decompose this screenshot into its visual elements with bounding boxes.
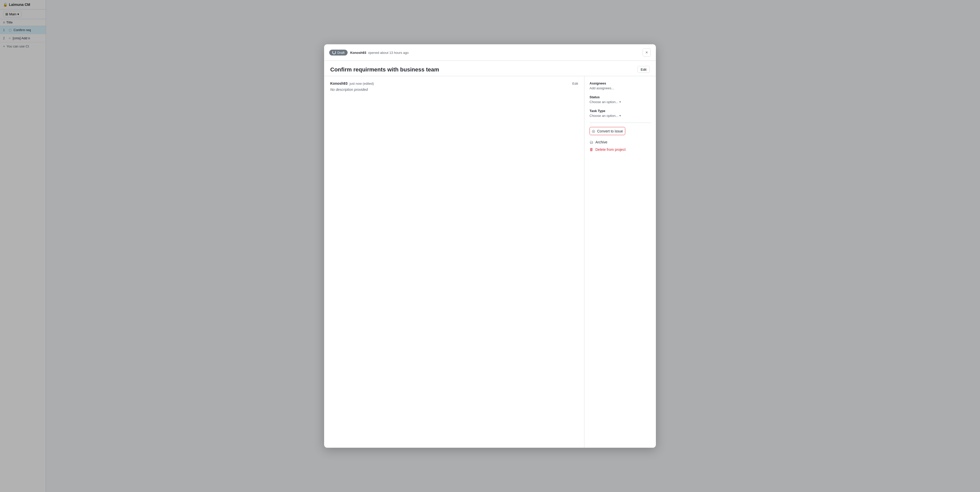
draft-spinner-icon: [332, 51, 336, 54]
chevron-down-icon: ▾: [619, 114, 621, 117]
trash-icon: 🗑: [590, 147, 593, 151]
assignees-field: Assignees Add assignees...: [590, 81, 651, 90]
modal-title-bar: Confirm requirments with business team E…: [324, 61, 656, 76]
header-time: opened about 13 hours ago: [368, 51, 409, 54]
delete-action[interactable]: 🗑 Delete from project: [590, 146, 651, 153]
convert-to-issue-button[interactable]: ◎ Convert to issue: [590, 127, 625, 135]
chevron-down-icon: ▾: [619, 100, 621, 103]
modal-main-content: Konosh93 just now (edited) Edit No descr…: [324, 76, 584, 448]
archive-icon: 🗂: [590, 140, 593, 144]
task-type-field: Task Type Choose an option... ▾: [590, 109, 651, 118]
comment-edit-button[interactable]: Edit: [573, 81, 578, 85]
comment-header: Konosh93 just now (edited) Edit: [330, 81, 578, 86]
issue-icon: ◎: [592, 129, 595, 134]
modal-header-right: ×: [643, 48, 651, 57]
status-select[interactable]: Choose an option... ▾: [590, 100, 651, 104]
task-modal: Draft Konosh93 opened about 13 hours ago…: [324, 45, 656, 448]
modal-header-left: Draft Konosh93 opened about 13 hours ago: [329, 49, 409, 56]
task-type-value: Choose an option...: [590, 114, 618, 118]
status-field: Status Choose an option... ▾: [590, 95, 651, 104]
modal-title: Confirm requirments with business team: [330, 66, 439, 73]
task-type-label: Task Type: [590, 109, 651, 113]
modal-header: Draft Konosh93 opened about 13 hours ago…: [324, 45, 656, 61]
assignees-text: Add assignees...: [590, 86, 614, 90]
comment-author: Konosh93 just now (edited): [330, 81, 374, 86]
draft-badge: Draft: [329, 49, 348, 56]
delete-label: Delete from project: [595, 147, 625, 151]
archive-action[interactable]: 🗂 Archive: [590, 138, 651, 146]
comment-body: No description provided: [330, 88, 578, 92]
assignees-label: Assignees: [590, 81, 651, 85]
modal-body: Konosh93 just now (edited) Edit No descr…: [324, 76, 656, 448]
close-button[interactable]: ×: [643, 48, 651, 57]
header-meta: Konosh93 opened about 13 hours ago: [350, 51, 409, 54]
archive-label: Archive: [595, 140, 608, 144]
edit-title-button[interactable]: Edit: [638, 66, 650, 73]
status-label: Status: [590, 95, 651, 99]
status-value: Choose an option...: [590, 100, 618, 104]
comment-time: just now (edited): [350, 81, 374, 85]
comment-author-name: Konosh93: [330, 81, 348, 86]
modal-sidebar: Assignees Add assignees... Status Choose…: [584, 76, 656, 448]
assignees-value[interactable]: Add assignees...: [590, 86, 651, 90]
draft-label: Draft: [337, 51, 345, 54]
convert-to-issue-label: Convert to issue: [597, 129, 623, 133]
header-user: Konosh93: [350, 51, 366, 54]
task-type-select[interactable]: Choose an option... ▾: [590, 114, 651, 118]
